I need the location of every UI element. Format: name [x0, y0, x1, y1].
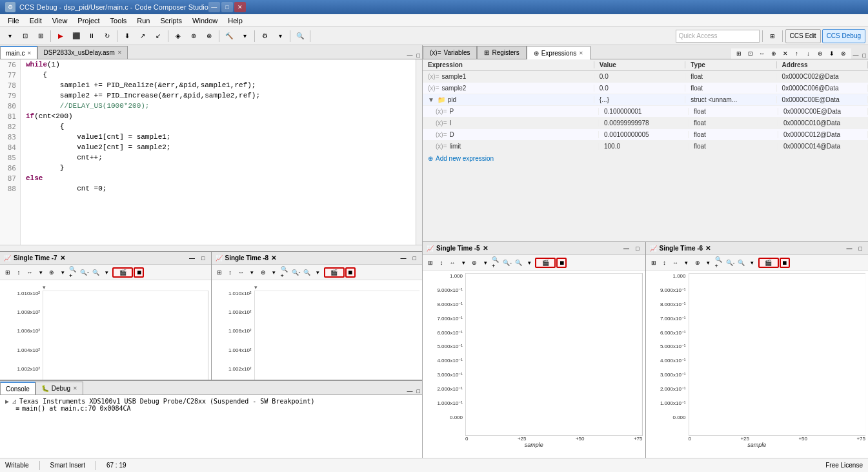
tab-main-c[interactable]: main.c ✕ [0, 46, 37, 59]
g5-btn-1[interactable]: ⊞ [425, 258, 436, 268]
tb-btn-7[interactable]: ↻ [100, 29, 114, 43]
expr-tb-6[interactable]: ⊛ [815, 48, 825, 59]
g8-btn-3[interactable]: ↔ [236, 267, 247, 278]
g7-btn-3[interactable]: ↔ [25, 267, 35, 278]
g7-btn-8[interactable]: 🔍- [79, 267, 90, 278]
table-row[interactable]: (x)=P 0.100000001 float 0x0000C00E@Data [423, 106, 868, 118]
add-expression-button[interactable]: ⊕ Add new expression [423, 152, 868, 164]
g7-btn-9[interactable]: 🔍 [90, 267, 101, 278]
window-controls[interactable]: — □ ✕ [208, 2, 246, 12]
editor-vscrollbar[interactable] [416, 59, 422, 245]
tab-console[interactable]: Console [0, 382, 35, 395]
code-content[interactable]: while(1) { sample1 += PID_Realize(&err,&… [21, 59, 416, 245]
tb-btn-11[interactable]: ◈ [171, 29, 185, 43]
g6-btn-6[interactable]: ▾ [703, 258, 714, 268]
g6-btn-stop[interactable]: ⏹ [780, 258, 790, 268]
console-minimize[interactable]: — [405, 388, 415, 395]
g8-btn-9[interactable]: 🔍 [302, 267, 312, 278]
graph-5-minimize[interactable]: — [621, 245, 631, 252]
g7-btn-7[interactable]: 🔍+ [68, 267, 79, 278]
tb-btn-13[interactable]: ⊗ [202, 29, 216, 43]
graph-5-maximize[interactable]: □ [634, 245, 641, 252]
editor-maximize[interactable]: □ [415, 52, 422, 59]
tb-btn-5[interactable]: ⬛ [69, 29, 83, 43]
g8-btn-stop[interactable]: ⏹ [345, 267, 356, 278]
maximize-button[interactable]: □ [221, 2, 233, 12]
graph-7-minimize[interactable]: — [187, 255, 197, 262]
menu-window[interactable]: Window [187, 15, 223, 26]
g6-btn-record[interactable]: 🎬 [758, 258, 779, 268]
tb-btn-9[interactable]: ↗ [136, 29, 150, 43]
g6-btn-8[interactable]: 🔍- [725, 258, 736, 268]
table-row[interactable]: (x)=D 0.00100000005 float 0x0000C012@Dat… [423, 129, 868, 141]
g5-btn-record[interactable]: 🎬 [535, 258, 556, 268]
tb-btn-17[interactable]: 🔍 [293, 29, 307, 43]
tb-btn-3[interactable]: ⊞ [34, 29, 48, 43]
g6-btn-1[interactable]: ⊞ [649, 258, 659, 268]
tb-btn-14[interactable]: ▾ [237, 29, 252, 43]
tab-registers[interactable]: ⊞ Registers [477, 46, 526, 59]
tab-main-c-close[interactable]: ✕ [27, 50, 32, 56]
tb-btn-16[interactable]: ▾ [273, 29, 287, 43]
tab-debug[interactable]: 🐛 Debug ✕ [35, 382, 83, 395]
g5-btn-9[interactable]: 🔍 [513, 258, 523, 268]
g5-btn-2[interactable]: ↕ [436, 258, 447, 268]
expr-tb-4[interactable]: ↑ [792, 48, 802, 59]
g8-btn-4[interactable]: ▾ [247, 267, 257, 278]
g5-btn-stop[interactable]: ⏹ [556, 258, 567, 268]
graph-6-minimize[interactable]: — [845, 245, 854, 252]
g6-btn-10[interactable]: ▾ [747, 258, 758, 268]
code-editor[interactable]: 76 77 78 79 80 81 82 83 84 85 86 87 [0, 59, 422, 251]
tb-btn-10[interactable]: ↙ [151, 29, 165, 43]
menu-tools[interactable]: Tools [105, 15, 132, 26]
expr-tb-7[interactable]: ⬇ [827, 48, 837, 59]
tab-usdelay-close[interactable]: ✕ [117, 50, 122, 56]
graph-8-minimize[interactable]: — [399, 255, 409, 262]
g7-btn-1[interactable]: ⊞ [3, 267, 13, 278]
tab-debug-close[interactable]: ✕ [73, 385, 77, 391]
tab-expressions[interactable]: ⊛ Expressions ✕ [527, 46, 590, 59]
g7-btn-4[interactable]: ▾ [35, 267, 46, 278]
graph-8-maximize[interactable]: □ [411, 255, 418, 262]
g5-btn-10[interactable]: ▾ [524, 258, 534, 268]
tb-btn-8[interactable]: ⬇ [120, 29, 134, 43]
expr-tb-1[interactable]: ⊞ [734, 48, 744, 59]
g6-btn-2[interactable]: ↕ [660, 258, 670, 268]
tab-expr-close[interactable]: ✕ [579, 50, 583, 56]
tb-btn-2[interactable]: ⊡ [18, 29, 32, 43]
expr-tb-remove[interactable]: ✕ [780, 48, 791, 59]
menu-project[interactable]: Project [72, 15, 105, 26]
g8-btn-5[interactable]: ⊕ [258, 267, 268, 278]
tb-btn-1[interactable]: ▾ [3, 29, 17, 43]
g7-btn-5[interactable]: ⊕ [46, 267, 57, 278]
ccs-edit-btn[interactable]: CCS Edit [785, 29, 821, 43]
g8-btn-8[interactable]: 🔍- [291, 267, 301, 278]
tb-debug[interactable]: ▶ [54, 29, 68, 43]
g7-btn-stop[interactable]: ⏹ [134, 267, 144, 278]
tb-perspectives[interactable]: ⊞ [765, 29, 780, 43]
g5-btn-3[interactable]: ↔ [447, 258, 458, 268]
menu-edit[interactable]: Edit [25, 15, 47, 26]
table-row[interactable]: ▼ 📁pid {...} struct <unnam... 0x0000C00E… [423, 94, 868, 106]
expr-tb-8[interactable]: ⊗ [838, 48, 849, 59]
g5-btn-7[interactable]: 🔍+ [491, 258, 501, 268]
tb-btn-6[interactable]: ⏸ [85, 29, 99, 43]
expr-tb-add[interactable]: ⊕ [769, 48, 779, 59]
g8-btn-1[interactable]: ⊞ [214, 267, 225, 278]
minimize-button[interactable]: — [208, 2, 220, 12]
g6-btn-7[interactable]: 🔍+ [714, 258, 725, 268]
g7-btn-record[interactable]: 🎬 [112, 267, 133, 278]
menu-file[interactable]: File [3, 15, 25, 26]
g7-btn-6[interactable]: ▾ [57, 267, 68, 278]
graph-7-maximize[interactable]: □ [199, 255, 207, 262]
tb-btn-15[interactable]: ⚙ [257, 29, 272, 43]
tb-btn-build[interactable]: 🔨 [222, 29, 236, 43]
console-maximize[interactable]: □ [415, 388, 422, 395]
expr-tb-3[interactable]: ↔ [757, 48, 767, 59]
expr-tb-5[interactable]: ↓ [803, 48, 814, 59]
ccs-debug-btn[interactable]: CCS Debug [822, 29, 865, 43]
g5-btn-6[interactable]: ▾ [480, 258, 490, 268]
table-row[interactable]: (x)=sample2 0.0 float 0x0000C006@Data [423, 83, 868, 94]
graph-6-maximize[interactable]: □ [857, 245, 864, 252]
g8-btn-10[interactable]: ▾ [313, 267, 323, 278]
